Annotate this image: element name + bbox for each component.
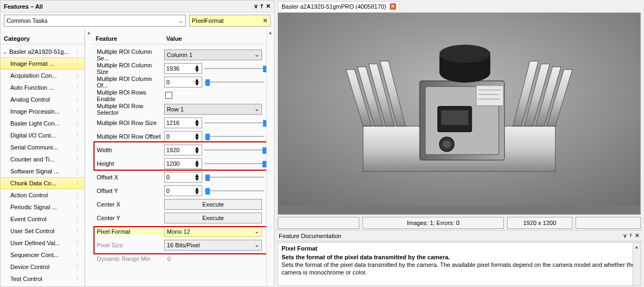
category-header: Category [1,33,84,45]
feature-value: Mono 12⌄ [164,226,264,237]
feature-name: Multiple ROI Column Of... [95,76,164,89]
preview-tab-label: Basler a2A1920-51gmPRO (40058170) [282,3,386,10]
slider[interactable] [204,118,264,127]
feature-row: Multiple ROI Column Of...0▲▼ [92,75,266,89]
tab-close-icon[interactable]: ✕ [390,3,396,10]
spin-input[interactable]: 0▲▼ [164,172,202,183]
feature-list: Multiple ROI Column Se...Column 1⌄Multip… [92,45,266,286]
status-resolution: 1920 x 1200 [507,217,572,229]
category-item[interactable]: Serial Communi...〉 [1,141,84,153]
task-dropdown[interactable]: Common Tasks ⌄ [4,15,186,27]
feature-name: Multiple ROI Row Selector [95,103,164,116]
slider[interactable] [204,78,264,86]
feature-name: Pixel Format [95,228,164,235]
doc-lead: Sets the format of the pixel data transm… [282,254,450,260]
clear-search-icon[interactable]: ✕ [262,17,268,24]
select-ctrl[interactable]: Column 1⌄ [164,49,262,60]
feature-row: Offset X0▲▼ [92,170,266,184]
category-item[interactable]: Auto Function ...〉 [1,82,84,93]
category-item[interactable]: Test Control〉 [1,273,84,285]
feature-value: 1936▲▼ [164,63,264,74]
execute-button[interactable]: Execute [164,213,262,223]
feature-row: Center XExecute [92,197,266,211]
feature-value: 0 [164,255,264,262]
feature-row: Multiple ROI Column Se...Column 1⌄ [92,48,266,61]
feature-scroll[interactable]: ▲ [266,29,274,286]
feature-value: Column 1⌄ [164,49,264,60]
category-scroll[interactable]: ▲ [85,29,92,286]
features-title: Features – All [4,3,43,10]
preview-tab-strip: Basler a2A1920-51gmPRO (40058170) ✕ [276,0,643,11]
chevron-down-icon: ⌄ [254,105,259,113]
doc-close-icon[interactable]: ✕ [635,232,640,239]
feature-name: Multiple ROI Column Size [95,62,164,75]
doc-body: Pixel Format Sets the format of the pixe… [278,242,641,286]
slider[interactable] [204,132,264,141]
select-ctrl[interactable]: Mono 12⌄ [164,226,262,237]
category-item[interactable]: Acquisition Con...〉 [1,70,84,82]
feature-row: Pixel Size16 Bits/Pixel⌄ [92,238,266,252]
spin-input[interactable]: 1936▲▼ [164,63,202,74]
category-item[interactable]: Basler Light Con...〉 [1,117,84,129]
category-item[interactable]: Image Processin...〉 [1,105,84,117]
search-value: PixelFormat [192,17,224,24]
feature-name: Dynamic Range Min [95,255,164,262]
category-item[interactable]: Sequencer Cont...〉 [1,249,84,261]
spin-input[interactable]: 0▲▼ [164,185,202,196]
doc-scrollbar[interactable]: ▲ [633,243,640,285]
slider[interactable] [204,159,264,168]
collapse-icon[interactable]: ∨ [254,3,258,10]
feature-name: Offset X [95,174,164,180]
execute-button[interactable]: Execute [164,199,262,210]
feature-name: Multiple ROI Rows Enable [95,89,164,102]
feature-row: Multiple ROI Row Offset0▲▼ [92,129,266,143]
slider[interactable] [204,186,264,195]
preview-tab[interactable]: Basler a2A1920-51gmPRO (40058170) ✕ [278,1,400,11]
category-item[interactable]: Periodic Signal ...〉 [1,201,84,213]
category-item[interactable]: Action Control〉 [1,189,84,201]
feature-row: Width1920▲▼ [92,143,266,157]
readonly-value: 0 [164,255,171,262]
select-ctrl[interactable]: Row 1⌄ [164,104,262,115]
doc-title-label: Feature Documentation [279,233,341,239]
slider[interactable] [204,173,264,182]
category-item[interactable]: ⌄Basler a2A1920-51g...〉 [1,46,84,58]
status-empty-right [576,217,641,229]
category-item[interactable]: Digital I/O Cont...〉 [1,129,84,141]
category-item[interactable]: User Set Control〉 [1,225,84,237]
category-item[interactable]: Event Control〉 [1,213,84,225]
category-item[interactable]: Analog Control〉 [1,93,84,105]
feature-row: Multiple ROI Row SelectorRow 1⌄ [92,102,266,116]
camera-preview [278,13,641,215]
chevron-down-icon: ⌄ [254,51,259,58]
category-item[interactable]: Image Format ...〉 [1,58,84,70]
slider[interactable] [204,64,264,73]
checkbox[interactable] [165,92,172,99]
doc-pin-icon[interactable]: ⫯ [629,232,633,239]
right-panel: Basler a2A1920-51gmPRO (40058170) ✕ [274,0,644,287]
pin-icon[interactable]: ⫯ [260,3,264,10]
category-item[interactable]: User Defined Val...〉 [1,237,84,249]
spin-input[interactable]: 1216▲▼ [164,117,202,128]
slider[interactable] [204,146,264,154]
feature-value: Execute [164,213,264,223]
category-item[interactable]: Counter and Ti...〉 [1,153,84,165]
feature-header: Feature [92,33,163,44]
close-icon[interactable]: ✕ [266,3,271,10]
chevron-down-icon: ⌄ [178,17,183,24]
category-item[interactable]: Device Control〉 [1,261,84,273]
spin-input[interactable]: 1920▲▼ [164,145,202,155]
category-item[interactable]: Software Signal ...〉 [1,165,84,177]
spin-input[interactable]: 1200▲▼ [164,158,202,169]
spin-input[interactable]: 0▲▼ [164,77,202,88]
feature-name: Center Y [95,215,164,221]
category-item[interactable]: Chunk Data Co...〉 [1,177,84,189]
feature-search-input[interactable]: PixelFormat ✕ [189,15,271,27]
doc-collapse-icon[interactable]: ∨ [623,232,627,239]
feature-value: 1920▲▼ [164,145,264,155]
feature-row: Offset Y0▲▼ [92,184,266,197]
feature-name: Pixel Size [95,242,164,248]
feature-value: 0▲▼ [164,172,264,183]
spin-input[interactable]: 0▲▼ [164,131,202,142]
feature-row: Center YExecute [92,211,266,224]
